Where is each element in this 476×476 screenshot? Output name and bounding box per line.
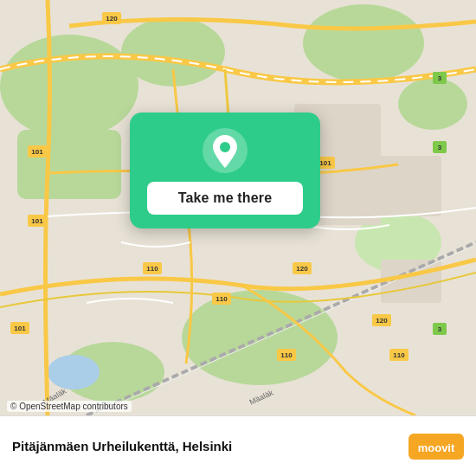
svg-text:110: 110 bbox=[215, 295, 228, 303]
svg-point-47 bbox=[220, 142, 230, 152]
svg-point-1 bbox=[0, 35, 138, 138]
moovit-logo: moovit bbox=[408, 434, 464, 460]
moovit-logo-svg: moovit bbox=[408, 434, 464, 460]
svg-rect-12 bbox=[381, 260, 441, 303]
svg-point-7 bbox=[303, 4, 424, 82]
bottom-bar: Pitäjänmäen Urheilukenttä, Helsinki moov… bbox=[0, 415, 476, 476]
svg-text:101: 101 bbox=[319, 159, 331, 167]
location-card: Take me there bbox=[130, 113, 320, 228]
svg-text:101: 101 bbox=[31, 217, 43, 225]
take-me-there-button[interactable]: Take me there bbox=[147, 182, 303, 215]
place-info: Pitäjänmäen Urheilukenttä, Helsinki bbox=[12, 439, 232, 453]
svg-text:3: 3 bbox=[438, 144, 442, 151]
map-view: 120 101 101 101 110 110 110 110 120 120 bbox=[0, 0, 476, 415]
svg-text:120: 120 bbox=[296, 265, 308, 273]
svg-text:120: 120 bbox=[376, 317, 388, 325]
svg-text:110: 110 bbox=[280, 351, 293, 359]
svg-text:101: 101 bbox=[14, 325, 26, 332]
svg-text:110: 110 bbox=[393, 351, 405, 359]
svg-point-13 bbox=[48, 355, 100, 389]
svg-rect-11 bbox=[372, 156, 441, 216]
svg-text:3: 3 bbox=[438, 74, 442, 82]
svg-text:moovit: moovit bbox=[418, 441, 455, 454]
svg-rect-3 bbox=[17, 130, 121, 199]
map-attribution: © OpenStreetMap contributors bbox=[7, 401, 132, 412]
svg-text:3: 3 bbox=[438, 325, 442, 333]
svg-text:101: 101 bbox=[31, 148, 43, 156]
svg-text:110: 110 bbox=[146, 265, 158, 273]
place-name: Pitäjänmäen Urheilukenttä, Helsinki bbox=[12, 439, 232, 453]
svg-point-8 bbox=[398, 78, 467, 130]
svg-text:120: 120 bbox=[106, 15, 118, 23]
location-pin-icon bbox=[203, 128, 248, 173]
